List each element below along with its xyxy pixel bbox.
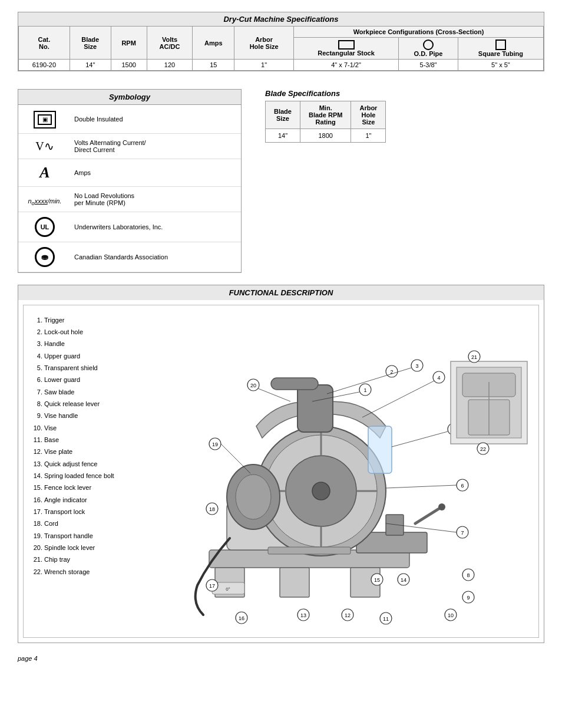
svg-text:17: 17 [209,583,215,589]
svg-text:8: 8 [467,572,470,578]
col-amps: Amps [193,27,234,60]
col-cat-no: Cat.No. [19,27,70,60]
symb-double-insulated: ▣ Double Insulated [18,105,241,134]
symb-double-insulated-text: Double Insulated [74,116,235,123]
svg-text:22: 22 [480,446,486,452]
amps-val: 15 [193,60,234,71]
rect-stock-val: 4" x 7-1/2" [293,60,398,71]
saw-diagram-svg: 0° 1 2 3 4 [162,314,527,627]
part-16: Angle indicator [44,494,150,506]
part-22: Wrench storage [44,566,150,578]
specs-data-row: 6190-20 14" 1500 120 15 1" 4" x 7-1/2" 5… [19,60,544,71]
sq-tubing-val: 5" x 5" [458,60,543,71]
dry-cut-specs-section: Dry-Cut Machine Specifications Cat.No. B… [18,12,544,71]
part-7: Saw blade [44,386,150,398]
ul-icon: UL [24,217,65,237]
svg-text:11: 11 [383,616,389,622]
diagram-area: 0° 1 2 3 4 [162,314,530,628]
col-rpm: RPM [111,27,147,60]
functional-title: FUNCTIONAL DESCRIPTION [18,285,544,300]
middle-section: Symbology ▣ Double Insulated V∿ Volts Al… [18,89,544,273]
symb-csa-text: Canadian Standards Association [74,253,235,261]
symb-rpm-text: No Load Revolutionsper Minute (RPM) [74,192,235,206]
svg-text:13: 13 [300,612,306,618]
col-volts: VoltsAC/DC [147,27,193,60]
svg-line-35 [362,381,434,417]
square-icon [495,39,506,50]
symb-rpm: noxxxx/min. No Load Revolutionsper Minut… [18,187,241,212]
symb-amps: A Amps [18,159,241,187]
part-4: Upper guard [44,350,150,362]
parts-ol: Trigger Lock-out hole Handle Upper guard… [32,314,150,578]
svg-text:15: 15 [374,577,380,583]
svg-line-38 [392,431,448,447]
blade-specs-title: Blade Specifications [265,89,544,98]
part-11: Base [44,434,150,446]
part-2: Lock-out hole [44,326,150,338]
rpm-icon: noxxxx/min. [24,192,65,207]
svg-point-18 [236,475,271,519]
part-6: Lower guard [44,374,150,386]
od-pipe-val: 5-3/8" [399,60,458,71]
svg-line-41 [386,485,457,488]
svg-text:4: 4 [437,375,440,381]
double-insulated-icon: ▣ [24,110,65,129]
svg-rect-15 [297,385,333,432]
blade-specs-table: BladeSize Min.Blade RPMRating ArborHoleS… [265,101,386,143]
svg-rect-5 [386,515,404,535]
svg-text:0°: 0° [226,587,230,592]
svg-text:16: 16 [239,615,244,621]
symb-csa: ⛂ Canadian Standards Association [18,242,241,272]
workpiece-config-header: Workpiece Configurations (Cross-Section) [293,27,543,38]
col-blade-size: BladeSize [70,27,111,60]
svg-text:21: 21 [471,354,477,360]
dry-cut-title: Dry-Cut Machine Specifications [18,12,544,26]
svg-rect-19 [271,378,318,390]
svg-rect-24 [268,547,351,554]
symbology-section: Symbology ▣ Double Insulated V∿ Volts Al… [18,89,242,273]
symb-volts: V∿ Volts Alternating Current/Direct Curr… [18,134,241,159]
part-5: Transparent shield [44,362,150,374]
part-8: Quick release lever [44,398,150,410]
blade-col-rpm: Min.Blade RPMRating [300,101,351,129]
svg-text:9: 9 [467,595,470,601]
svg-text:14: 14 [401,577,406,583]
volts-val: 120 [147,60,193,71]
svg-text:1: 1 [363,387,366,393]
volts-icon: V∿ [24,139,65,154]
blade-rpm-val: 1800 [300,129,351,143]
part-12: Vise plate [44,446,150,457]
functional-inner: Trigger Lock-out hole Handle Upper guard… [23,305,539,638]
rect-icon [338,40,355,50]
svg-text:7: 7 [461,530,464,536]
part-10: Vise [44,422,150,434]
symbology-title: Symbology [18,90,241,105]
col-od-pipe: O.D. Pipe [399,38,458,60]
blade-data-row: 14" 1800 1" [266,129,386,143]
svg-text:6: 6 [461,483,464,489]
blade-specs-section: Blade Specifications BladeSize Min.Blade… [265,89,544,273]
blade-size-val: 14" [266,129,300,143]
col-arbor: ArborHole Size [234,27,294,60]
svg-text:19: 19 [212,442,218,447]
blade-col-size: BladeSize [266,101,300,129]
symb-amps-text: Amps [74,169,235,176]
svg-line-20 [415,509,439,523]
symb-volts-text: Volts Alternating Current/Direct Current [74,139,235,153]
svg-text:20: 20 [250,383,256,388]
parts-list: Trigger Lock-out hole Handle Upper guard… [32,314,150,628]
svg-text:10: 10 [448,612,454,618]
part-18: Cord [44,518,150,529]
svg-line-72 [258,388,290,401]
arbor-val: 1" [234,60,294,71]
svg-text:3: 3 [415,363,418,369]
part-17: Transport lock [44,506,150,518]
svg-text:18: 18 [209,506,215,512]
svg-text:12: 12 [345,612,351,618]
part-3: Handle [44,338,150,350]
part-21: Chip tray [44,554,150,565]
page-number: page 4 [18,655,544,662]
blade-arbor-val: 1" [351,129,386,143]
svg-line-69 [221,444,250,473]
col-rect-stock: Rectangular Stock [293,38,398,60]
